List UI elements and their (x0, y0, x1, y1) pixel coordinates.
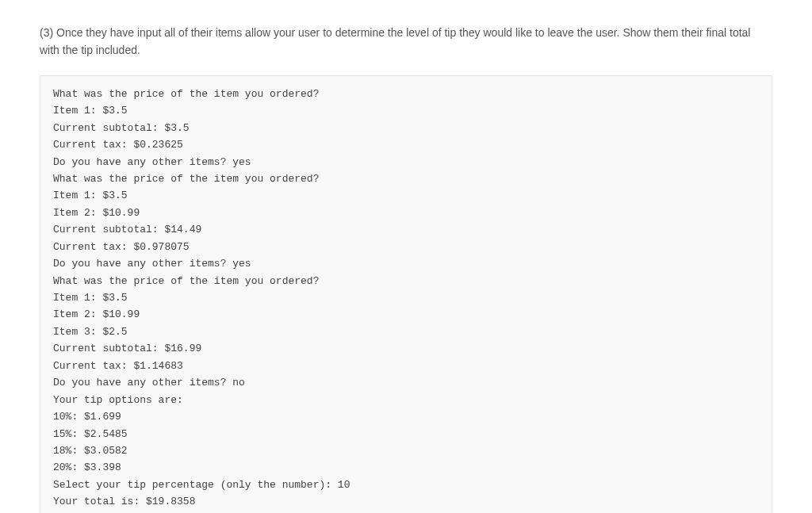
instruction-text: (3) Once they have input all of their it… (40, 24, 772, 59)
code-output-block: What was the price of the item you order… (40, 75, 772, 513)
